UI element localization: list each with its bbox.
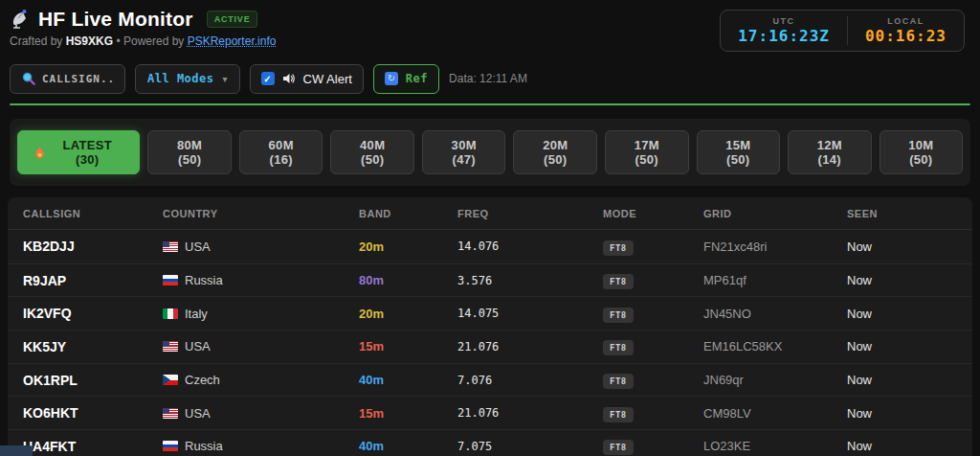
- mode-badge: FT8: [603, 440, 634, 455]
- col-header-seen: SEEN: [832, 208, 972, 219]
- seen-cell: Now: [832, 339, 972, 353]
- title-block: HF Live Monitor ACTIVE Crafted by HS9XKG…: [10, 8, 276, 48]
- col-header-grid: GRID: [688, 208, 832, 219]
- ref-button[interactable]: ↻ Ref: [373, 64, 439, 94]
- country-cell: Italy: [147, 307, 344, 321]
- band-filter-bar: LATEST (30) 80M (50) 60M (16) 40M (50) 3…: [10, 119, 970, 186]
- band-cell: 20m: [344, 307, 442, 321]
- mode-select-value: All Modes: [147, 72, 214, 85]
- callsign-cell: KB2DJJ: [8, 239, 147, 254]
- local-clock: LOCAL 00:16:23: [847, 16, 964, 45]
- table-row[interactable]: OK1RPL Czech 40m 7.076 FT8 JN69qr Now: [8, 363, 972, 397]
- grid-cell: CM98LV: [688, 406, 832, 421]
- band-filter-30m[interactable]: 30M (47): [422, 130, 506, 174]
- table-row[interactable]: IK2VFQ Italy 20m 14.075 FT8 JN45NO Now: [8, 296, 972, 330]
- mode-cell: FT8: [588, 337, 688, 355]
- band-filter-label: 10M (50): [897, 138, 947, 167]
- callsign-search[interactable]: [10, 64, 125, 94]
- seen-cell: Now: [832, 373, 972, 387]
- grid-cell: FN21xc48ri: [688, 239, 832, 254]
- speaker-icon: [282, 73, 296, 84]
- band-filter-label: LATEST (30): [52, 138, 122, 167]
- clock-panel: UTC 17:16:23Z LOCAL 00:16:23: [720, 10, 965, 52]
- credit-separator: •: [116, 34, 120, 48]
- band-filter-label: 60M (16): [256, 138, 306, 167]
- freq-cell: 14.075: [442, 307, 588, 320]
- country-flag-icon: [163, 275, 178, 285]
- mode-badge: FT8: [603, 407, 634, 422]
- table-row[interactable]: KO6HKT USA 15m 21.076 FT8 CM98LV Now: [8, 396, 972, 429]
- country-name: USA: [185, 339, 211, 353]
- country-name: Italy: [185, 307, 208, 321]
- country-name: USA: [185, 239, 211, 254]
- table-row[interactable]: KB2DJJ USA 20m 14.076 FT8 FN21xc48ri Now: [8, 230, 972, 263]
- author-callsign: HS9XKG: [66, 34, 113, 48]
- grid-cell: LO23KE: [688, 439, 832, 453]
- mode-select[interactable]: All Modes ▾: [135, 64, 240, 94]
- band-cell: 15m: [344, 339, 442, 353]
- country-cell: USA: [147, 339, 344, 353]
- col-header-band: BAND: [344, 208, 442, 219]
- band-filter-17m[interactable]: 17M (50): [605, 130, 689, 174]
- col-header-mode: MODE: [588, 208, 688, 219]
- utc-clock: UTC 17:16:23Z: [721, 16, 847, 45]
- mode-badge: FT8: [603, 374, 634, 389]
- country-flag-icon: [163, 408, 178, 419]
- chevron-down-icon: ▾: [223, 74, 228, 84]
- spots-table: CALLSIGN COUNTRY BAND FREQ MODE GRID SEE…: [8, 197, 972, 456]
- country-cell: Russia: [147, 439, 344, 453]
- table-row[interactable]: R9JAP Russia 80m 3.576 FT8 MP61qf Now: [8, 263, 972, 297]
- seen-cell: Now: [832, 273, 972, 287]
- seen-cell: Now: [832, 307, 972, 321]
- country-name: Russia: [185, 273, 223, 287]
- credit-prefix: Crafted by: [10, 34, 62, 48]
- band-filter-60m[interactable]: 60M (16): [239, 130, 323, 174]
- status-badge: ACTIVE: [207, 11, 258, 28]
- country-flag-icon: [163, 441, 178, 451]
- cw-alert-toggle[interactable]: ✓ CW Alert: [250, 64, 364, 94]
- mode-cell: FT8: [588, 371, 688, 389]
- band-filter-10m[interactable]: 10M (50): [880, 130, 964, 174]
- cw-alert-checkbox[interactable]: ✓: [261, 72, 275, 85]
- freq-cell: 21.076: [442, 406, 588, 420]
- callsign-cell: R9JAP: [8, 273, 147, 288]
- table-row[interactable]: UA4FKT Russia 40m 7.075 FT8 LO23KE Now: [8, 429, 972, 456]
- cw-alert-label: CW Alert: [303, 72, 352, 86]
- local-label: LOCAL: [865, 16, 947, 26]
- band-cell: 40m: [344, 373, 442, 387]
- grid-cell: MP61qf: [688, 273, 832, 287]
- band-filter-latest[interactable]: LATEST (30): [17, 130, 140, 174]
- mode-badge: FT8: [603, 340, 634, 355]
- freq-cell: 14.076: [442, 239, 588, 253]
- country-cell: Russia: [147, 273, 344, 287]
- country-flag-icon: [163, 241, 178, 252]
- band-filter-label: 20M (50): [530, 138, 580, 167]
- mode-cell: FT8: [588, 404, 688, 422]
- table-row[interactable]: KK5JY USA 15m 21.076 FT8 EM16LC58KX Now: [8, 330, 972, 363]
- data-timestamp: Data: 12:11 AM: [449, 72, 527, 85]
- pskreporter-link[interactable]: PSKReporter.info: [188, 34, 277, 48]
- country-name: Russia: [185, 439, 223, 453]
- band-filter-40m[interactable]: 40M (50): [330, 130, 414, 174]
- search-input[interactable]: [42, 73, 113, 85]
- country-name: Czech: [185, 373, 220, 387]
- freq-cell: 7.076: [442, 374, 588, 387]
- mode-badge: FT8: [603, 274, 634, 289]
- col-header-callsign: CALLSIGN: [8, 208, 147, 219]
- seen-cell: Now: [832, 406, 972, 421]
- mode-cell: FT8: [588, 238, 688, 256]
- band-filter-15m[interactable]: 15M (50): [697, 130, 781, 174]
- col-header-freq: FREQ: [442, 208, 588, 219]
- country-flag-icon: [163, 308, 178, 319]
- grid-cell: JN69qr: [688, 373, 832, 387]
- callsign-cell: OK1RPL: [8, 373, 147, 388]
- band-filter-12m[interactable]: 12M (14): [788, 130, 872, 174]
- band-filter-label: 40M (50): [347, 138, 397, 167]
- band-filter-80m[interactable]: 80M (50): [147, 130, 232, 174]
- divider: [10, 103, 970, 105]
- band-filter-20m[interactable]: 20M (50): [513, 130, 597, 174]
- freq-cell: 21.076: [442, 340, 588, 353]
- utc-time: 17:16:23Z: [738, 27, 830, 45]
- band-cell: 80m: [344, 273, 442, 287]
- country-flag-icon: [163, 375, 178, 385]
